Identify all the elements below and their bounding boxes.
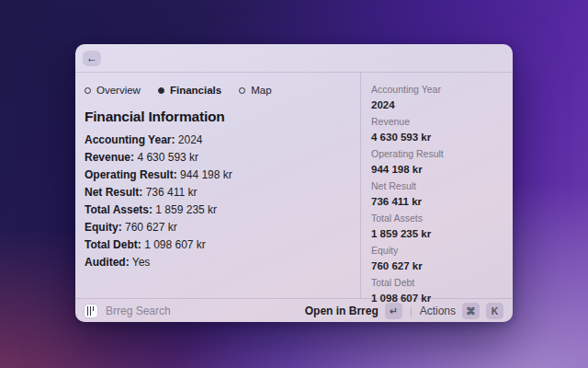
metadata-value: 944 198 kr — [371, 164, 502, 175]
metadata-value: 1 859 235 kr — [371, 228, 502, 239]
metadata-label: Accounting Year — [371, 85, 502, 95]
metadata-item: Total Assets 1 859 235 kr — [371, 213, 502, 239]
footer-divider: | — [409, 305, 413, 316]
metadata-sidebar: Accounting Year 2024 Revenue 4 630 593 k… — [360, 73, 513, 298]
radio-selected-icon — [158, 87, 164, 94]
row-value: 736 411 kr — [146, 186, 198, 199]
financial-row: Revenue: 4 630 593 kr — [85, 152, 349, 163]
row-value: 1 098 607 kr — [144, 238, 206, 251]
brreg-logo-icon — [85, 305, 97, 317]
metadata-item: Revenue 4 630 593 kr — [371, 117, 502, 143]
row-value: 1 859 235 kr — [155, 203, 217, 216]
financial-row: Operating Result: 944 198 kr — [85, 169, 349, 180]
tab-financials[interactable]: Financials — [158, 85, 221, 96]
row-label: Audited: — [85, 256, 130, 269]
metadata-value: 736 411 kr — [371, 196, 502, 207]
row-value: 4 630 593 kr — [137, 151, 198, 164]
row-value: Yes — [132, 256, 151, 269]
metadata-label: Total Debt — [371, 278, 502, 288]
back-arrow-icon: ← — [86, 52, 97, 63]
tab-map[interactable]: Map — [239, 85, 271, 96]
row-label: Net Result: — [85, 186, 142, 199]
desktop-background: { "colors": { "bg_top_left": "#1c1849", … — [0, 0, 588, 368]
search-input[interactable]: Brreg Search — [106, 305, 171, 317]
metadata-label: Total Assets — [371, 213, 502, 224]
tab-overview[interactable]: Overview — [85, 85, 141, 96]
financial-row: Total Assets: 1 859 235 kr — [85, 204, 349, 215]
metadata-label: Equity — [371, 246, 502, 256]
metadata-item: Accounting Year 2024 — [371, 85, 502, 110]
footer-bar: Brreg Search Open in Brreg ↵ | Actions ⌘… — [75, 298, 513, 322]
actions-button[interactable]: Actions ⌘ K — [420, 303, 503, 319]
footer-actions: Open in Brreg ↵ | Actions ⌘ K — [305, 303, 503, 319]
row-label: Total Debt: — [85, 238, 141, 251]
row-value: 760 627 kr — [125, 221, 177, 234]
metadata-label: Operating Result — [371, 149, 502, 159]
metadata-item: Net Result 736 411 kr — [371, 181, 502, 207]
row-value: 2024 — [178, 133, 203, 146]
row-label: Operating Result: — [85, 168, 177, 181]
cmd-key-icon: ⌘ — [462, 303, 480, 319]
row-label: Equity: — [85, 221, 122, 234]
metadata-label: Revenue — [371, 117, 502, 127]
actions-label: Actions — [420, 305, 456, 317]
metadata-value: 760 627 kr — [371, 260, 502, 271]
open-in-brreg-label: Open in Brreg — [305, 305, 379, 317]
row-label: Accounting Year: — [85, 133, 175, 146]
financial-row: Accounting Year: 2024 — [85, 134, 349, 145]
window-header: ← — [75, 44, 513, 73]
tab-label: Financials — [170, 85, 221, 96]
radio-unselected-icon — [239, 87, 245, 94]
row-label: Revenue: — [85, 151, 134, 164]
return-key-icon: ↵ — [385, 303, 402, 319]
window-body: Overview Financials Map Financial Inform… — [75, 73, 513, 298]
financial-row: Net Result: 736 411 kr — [85, 187, 349, 198]
metadata-value: 2024 — [371, 99, 502, 110]
financial-row: Equity: 760 627 kr — [85, 222, 349, 233]
metadata-value: 4 630 593 kr — [371, 132, 502, 143]
row-label: Total Assets: — [85, 203, 153, 216]
metadata-label: Net Result — [371, 181, 502, 191]
open-in-brreg-button[interactable]: Open in Brreg ↵ — [305, 303, 402, 319]
metadata-item: Operating Result 944 198 kr — [371, 149, 502, 175]
radio-unselected-icon — [85, 87, 91, 94]
page-title: Financial Information — [85, 109, 349, 125]
financial-row: Total Debt: 1 098 607 kr — [85, 239, 349, 250]
tab-label: Map — [251, 85, 271, 96]
back-button[interactable]: ← — [83, 51, 101, 66]
financial-row: Audited: Yes — [85, 257, 349, 268]
row-value: 944 198 kr — [180, 168, 232, 181]
k-key-icon: K — [486, 303, 503, 319]
main-content: Overview Financials Map Financial Inform… — [75, 73, 360, 298]
app-window: ← Overview Financials Map Financial Info… — [75, 44, 513, 322]
tab-label: Overview — [96, 85, 141, 96]
view-tabs: Overview Financials Map — [85, 85, 349, 96]
metadata-item: Equity 760 627 kr — [371, 246, 502, 271]
financial-rows: Accounting Year: 2024 Revenue: 4 630 593… — [85, 134, 349, 268]
